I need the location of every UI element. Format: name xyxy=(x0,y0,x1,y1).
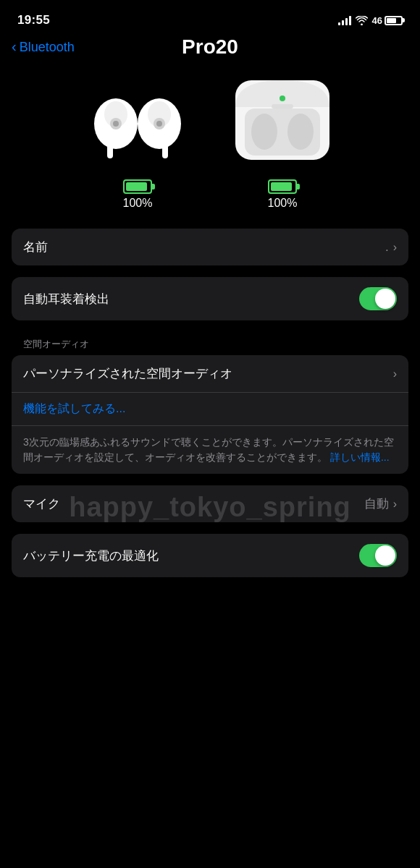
auto-ear-row: 自動耳装着検出 xyxy=(12,277,408,320)
earbuds-item: 100% xyxy=(80,84,196,210)
svg-point-14 xyxy=(280,95,285,101)
mic-value: 自動 xyxy=(364,495,389,512)
auto-ear-card: 自動耳装着検出 xyxy=(12,277,408,320)
battery-indicator: 46 xyxy=(372,15,403,26)
spatial-description: 3次元の臨場感あふれるサウンドで聴くことができます。パーソナライズされた空間オー… xyxy=(12,426,408,474)
mic-row[interactable]: マイク 自動 › xyxy=(12,485,408,522)
battery-icon-case xyxy=(268,179,297,194)
name-value: . xyxy=(385,240,389,255)
status-bar: 19:55 46 xyxy=(0,0,420,36)
nav-bar: ‹ Bluetooth Pro20 xyxy=(0,36,420,62)
mic-card: マイク 自動 › xyxy=(12,485,408,522)
mic-label: マイク xyxy=(23,495,60,512)
battery-opt-section: バッテリー充電の最適化 xyxy=(0,534,420,577)
spatial-detail-link[interactable]: 詳しい情報... xyxy=(330,451,390,463)
svg-point-13 xyxy=(287,114,314,150)
svg-point-4 xyxy=(113,121,119,127)
toggle-thumb xyxy=(375,289,395,309)
status-icons: 46 xyxy=(338,15,403,26)
battery-level: 46 xyxy=(372,15,382,26)
back-label: Bluetooth xyxy=(20,40,75,55)
page-title: Pro20 xyxy=(182,35,238,59)
chevron-left-icon: ‹ xyxy=(12,38,17,55)
svg-rect-2 xyxy=(107,138,113,158)
case-image xyxy=(224,77,340,171)
auto-ear-toggle[interactable] xyxy=(359,287,397,310)
spatial-personalize-row[interactable]: パーソナライズされた空間オーディオ › xyxy=(12,355,408,393)
name-row[interactable]: 名前 . › xyxy=(12,229,408,265)
chevron-right-spatial-icon: › xyxy=(393,367,397,380)
battery-icon xyxy=(385,16,403,25)
name-right: . › xyxy=(385,240,397,255)
case-item: 100% xyxy=(224,77,340,210)
battery-opt-row: バッテリー充電の最適化 xyxy=(12,534,408,577)
mic-right: 自動 › xyxy=(364,495,397,512)
spatial-row-label: パーソナライズされた空間オーディオ xyxy=(23,365,232,382)
signal-icon xyxy=(338,15,351,25)
battery-toggle-thumb xyxy=(375,545,395,566)
status-time: 19:55 xyxy=(17,13,50,27)
battery-opt-label: バッテリー充電の最適化 xyxy=(23,548,159,564)
svg-point-9 xyxy=(156,121,162,127)
auto-ear-label: 自動耳装着検出 xyxy=(23,291,109,307)
battery-opt-toggle[interactable] xyxy=(359,544,397,567)
svg-point-12 xyxy=(251,114,277,150)
chevron-right-icon: › xyxy=(393,241,397,254)
name-card: 名前 . › xyxy=(12,229,408,265)
case-battery: 100% xyxy=(268,179,298,210)
mic-section: マイク 自動 › xyxy=(0,485,420,522)
svg-rect-7 xyxy=(162,138,168,158)
svg-rect-15 xyxy=(272,104,293,109)
device-section: 100% 100% xyxy=(0,62,420,217)
earbuds-battery: 100% xyxy=(123,179,153,210)
battery-icon-earbuds xyxy=(123,179,152,194)
settings-section: 名前 . › 自動耳装着検出 xyxy=(0,217,420,320)
battery-opt-card: バッテリー充電の最適化 xyxy=(12,534,408,577)
case-battery-pct: 100% xyxy=(268,197,298,210)
spatial-audio-card: パーソナライズされた空間オーディオ › 機能を試してみる... 3次元の臨場感あ… xyxy=(12,355,408,474)
airpods-image xyxy=(80,84,196,171)
back-button[interactable]: ‹ Bluetooth xyxy=(12,39,75,55)
wifi-icon xyxy=(356,16,368,25)
spatial-section-label: 空間オーディオ xyxy=(0,332,420,355)
chevron-right-mic-icon: › xyxy=(393,498,397,511)
earbuds-battery-pct: 100% xyxy=(123,197,153,210)
name-label: 名前 xyxy=(23,239,48,255)
spatial-try-link[interactable]: 機能を試してみる... xyxy=(12,393,408,426)
